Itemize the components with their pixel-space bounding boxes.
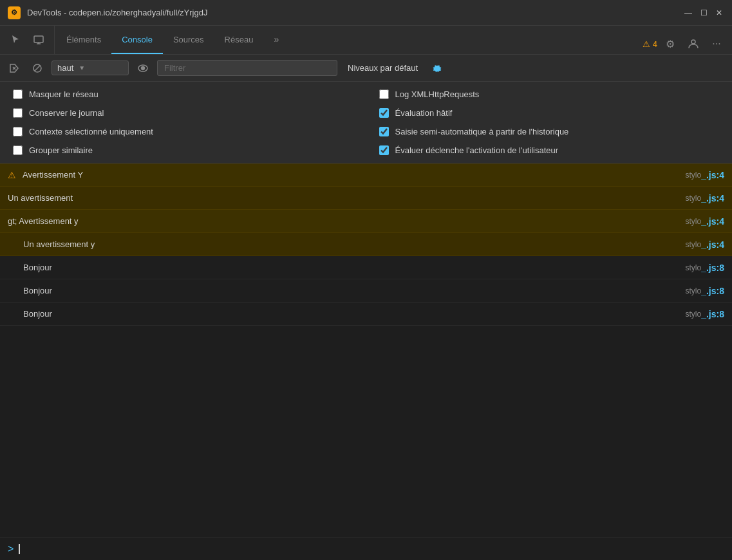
log-file-link[interactable]: _.js:4 bbox=[701, 239, 724, 250]
log-file-link[interactable]: _.js:4 bbox=[701, 170, 724, 180]
log-file-link[interactable]: _.js:8 bbox=[701, 309, 724, 319]
log-source: stylo bbox=[686, 310, 702, 319]
checkbox-contexte-label: Contexte sélectionné uniquement bbox=[29, 127, 153, 136]
settings-dropdown: Masquer le réseau Log XMLHttpRequests Co… bbox=[0, 82, 732, 163]
checkbox-contexte[interactable]: Contexte sélectionné uniquement bbox=[13, 127, 353, 136]
log-source: stylo bbox=[686, 286, 702, 295]
default-levels-label: Niveaux par défaut bbox=[343, 63, 423, 73]
log-text: Un avertissement y bbox=[23, 239, 680, 249]
log-source: stylo bbox=[686, 194, 702, 203]
tab-console[interactable]: Console bbox=[111, 26, 163, 54]
checkbox-saisie-label: Saisie semi-automatique à partir de l'hi… bbox=[395, 127, 569, 136]
log-entry-log2[interactable]: Bonjourstylo _.js:8 bbox=[0, 279, 732, 303]
log-file-link[interactable]: _.js:4 bbox=[701, 216, 724, 227]
context-arrow-icon: ▼ bbox=[79, 64, 85, 71]
tab-bar: Éléments Console Sources Réseau » ⚠ 4 ⚙ … bbox=[0, 26, 732, 55]
log-text: Bonjour bbox=[23, 286, 680, 295]
console-log-area: ⚠Avertissement Ystylo _.js:4Un avertisse… bbox=[0, 163, 732, 537]
filter-input[interactable] bbox=[157, 60, 337, 76]
checkbox-grouper[interactable]: Grouper similaire bbox=[13, 145, 353, 155]
svg-rect-0 bbox=[34, 36, 43, 42]
log-entry-log3[interactable]: Bonjourstylo _.js:8 bbox=[0, 303, 732, 326]
input-prompt: > bbox=[8, 543, 14, 555]
log-source: stylo bbox=[686, 263, 702, 272]
log-entry-warn1[interactable]: ⚠Avertissement Ystylo _.js:4 bbox=[0, 163, 732, 187]
checkbox-log-xml-label: Log XMLHttpRequests bbox=[395, 89, 480, 99]
checkbox-masquer[interactable]: Masquer le réseau bbox=[13, 89, 353, 99]
devtools-icon: ⚙ bbox=[8, 6, 21, 19]
tab-elements[interactable]: Éléments bbox=[56, 26, 111, 54]
checkbox-evaluation[interactable]: Évaluation hâtif bbox=[379, 108, 720, 118]
checkbox-conserver-input[interactable] bbox=[13, 108, 23, 118]
tab-bar-right: ⚠ 4 ⚙ ··· bbox=[643, 33, 727, 54]
main-content: Masquer le réseau Log XMLHttpRequests Co… bbox=[0, 82, 732, 560]
checkbox-evaluation-label: Évaluation hâtif bbox=[395, 108, 453, 118]
more-options-icon[interactable]: ··· bbox=[706, 33, 727, 54]
checkbox-evaluer-input[interactable] bbox=[379, 145, 389, 155]
log-entry-warn2[interactable]: Un avertissementstylo _.js:4 bbox=[0, 187, 732, 210]
log-text: Avertissement Y bbox=[23, 170, 680, 180]
svg-point-1 bbox=[691, 40, 695, 44]
tab-reseau[interactable]: Réseau bbox=[214, 26, 264, 54]
profile-icon[interactable] bbox=[683, 33, 704, 54]
log-entry-warn4[interactable]: Un avertissement ystylo _.js:4 bbox=[0, 233, 732, 256]
input-cursor bbox=[19, 544, 20, 554]
console-toolbar: haut ▼ Niveaux par défaut bbox=[0, 55, 732, 82]
settings-icon[interactable]: ⚙ bbox=[660, 33, 680, 54]
tab-sources[interactable]: Sources bbox=[163, 26, 214, 54]
checkbox-grouper-input[interactable] bbox=[13, 145, 23, 155]
log-file-link[interactable]: _.js:8 bbox=[701, 286, 724, 296]
context-value: haut bbox=[57, 63, 73, 73]
clear-console-button[interactable] bbox=[5, 59, 23, 77]
cursor-tool-icon[interactable] bbox=[5, 30, 26, 50]
console-settings-icon[interactable] bbox=[428, 59, 446, 77]
checkbox-conserver[interactable]: Conserver le journal bbox=[13, 108, 353, 118]
window-title: DevTools - codepen.io/zoherghadyali/full… bbox=[27, 8, 677, 17]
eye-icon[interactable] bbox=[134, 59, 152, 77]
log-entry-log1[interactable]: Bonjourstylo _.js:8 bbox=[0, 256, 732, 279]
checkbox-grouper-label: Grouper similaire bbox=[29, 145, 93, 155]
tab-more[interactable]: » bbox=[263, 26, 289, 54]
checkbox-saisie-input[interactable] bbox=[379, 127, 389, 136]
context-selector[interactable]: haut ▼ bbox=[52, 61, 129, 75]
log-entry-warn3[interactable]: gt; Avertissement ystylo _.js:4 bbox=[0, 210, 732, 233]
window-controls: — ☐ ✕ bbox=[683, 8, 724, 18]
devtools-icon-text: ⚙ bbox=[11, 8, 17, 17]
log-file-link[interactable]: _.js:4 bbox=[701, 193, 724, 203]
checkbox-conserver-label: Conserver le journal bbox=[29, 108, 104, 118]
checkbox-contexte-input[interactable] bbox=[13, 127, 23, 136]
warning-icon: ⚠ bbox=[643, 39, 650, 49]
log-text: Bonjour bbox=[23, 263, 680, 272]
tab-list: Éléments Console Sources Réseau » bbox=[56, 26, 641, 54]
log-source: stylo bbox=[686, 217, 702, 226]
block-button[interactable] bbox=[28, 59, 46, 77]
warning-triangle-icon: ⚠ bbox=[8, 170, 16, 180]
log-file-link[interactable]: _.js:8 bbox=[701, 263, 724, 273]
warning-badge[interactable]: ⚠ 4 bbox=[643, 39, 657, 49]
svg-point-8 bbox=[142, 66, 145, 70]
maximize-button[interactable]: ☐ bbox=[699, 8, 709, 18]
svg-line-6 bbox=[35, 65, 41, 71]
checkbox-log-xml[interactable]: Log XMLHttpRequests bbox=[379, 89, 720, 99]
close-button[interactable]: ✕ bbox=[714, 8, 724, 18]
log-text: Un avertissement bbox=[8, 193, 680, 203]
title-bar: ⚙ DevTools - codepen.io/zoherghadyali/fu… bbox=[0, 0, 732, 26]
checkbox-masquer-label: Masquer le réseau bbox=[29, 89, 99, 99]
checkbox-grid: Masquer le réseau Log XMLHttpRequests Co… bbox=[13, 89, 719, 155]
log-text: Bonjour bbox=[23, 309, 680, 319]
checkbox-evaluer[interactable]: Évaluer déclenche l'activation de l'util… bbox=[379, 145, 720, 155]
log-source: stylo bbox=[686, 171, 702, 180]
minimize-button[interactable]: — bbox=[683, 8, 693, 18]
tab-bar-left-icons bbox=[5, 26, 55, 54]
checkbox-saisie[interactable]: Saisie semi-automatique à partir de l'hi… bbox=[379, 127, 720, 136]
checkbox-masquer-input[interactable] bbox=[13, 89, 23, 99]
checkbox-evaluer-label: Évaluer déclenche l'activation de l'util… bbox=[395, 145, 559, 155]
log-source: stylo bbox=[686, 240, 702, 249]
screen-cast-icon[interactable] bbox=[28, 30, 49, 50]
checkbox-evaluation-input[interactable] bbox=[379, 108, 389, 118]
log-text: gt; Avertissement y bbox=[8, 216, 680, 226]
warning-count: 4 bbox=[653, 39, 657, 49]
checkbox-log-xml-input[interactable] bbox=[379, 89, 389, 99]
console-input-line[interactable]: > bbox=[0, 537, 732, 560]
